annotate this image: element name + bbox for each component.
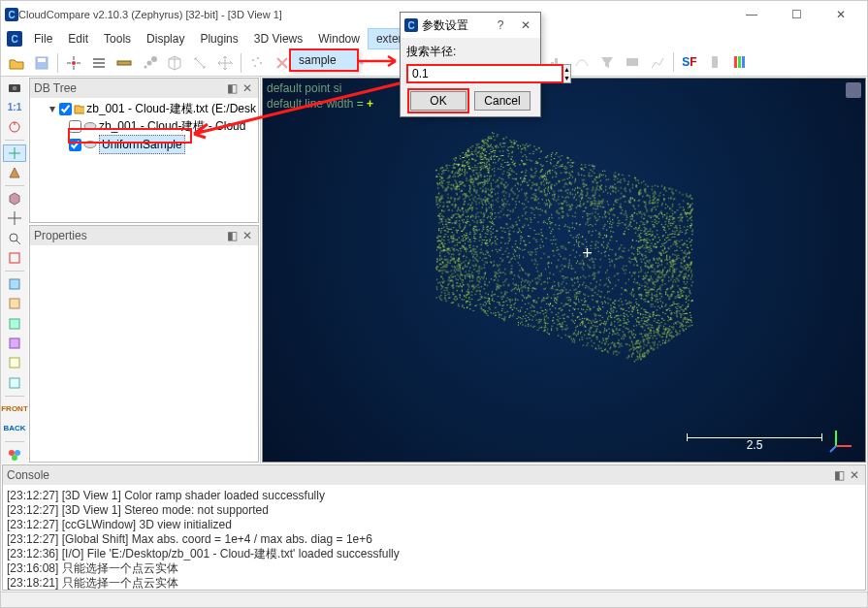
spinbox[interactable]: ▲▼ xyxy=(563,64,571,83)
search-radius-label: 搜索半径: xyxy=(406,44,534,60)
properties-header: Properties ◧ ✕ xyxy=(30,226,258,245)
colorbar-icon[interactable] xyxy=(703,50,726,74)
svg-rect-28 xyxy=(10,338,19,348)
console-float-button[interactable]: ◧ xyxy=(832,468,846,482)
front-label-icon[interactable]: FRONT xyxy=(3,400,26,417)
collapse-icon[interactable]: ▾ xyxy=(48,100,57,117)
svg-rect-30 xyxy=(10,378,19,388)
axes-triad-icon xyxy=(828,425,857,454)
view-top-icon[interactable] xyxy=(3,275,26,293)
move-icon[interactable] xyxy=(3,209,26,227)
save-button[interactable] xyxy=(30,51,53,75)
svg-rect-5 xyxy=(93,66,105,68)
app-icon: C xyxy=(5,8,18,21)
filter-icon[interactable] xyxy=(595,50,619,74)
bbox-icon[interactable] xyxy=(3,249,26,267)
svg-rect-27 xyxy=(10,319,19,329)
segment-button[interactable] xyxy=(188,51,211,75)
level-button[interactable] xyxy=(113,51,136,75)
console-line: [23:16:08] 只能选择一个点云实体 xyxy=(7,561,861,576)
root-checkbox[interactable] xyxy=(59,103,72,115)
maximize-button[interactable]: ☐ xyxy=(774,1,819,28)
camera-icon[interactable] xyxy=(3,79,26,96)
svg-point-12 xyxy=(260,62,262,64)
properties-title: Properties xyxy=(34,229,87,242)
wireframe-button[interactable] xyxy=(163,51,186,75)
pick-point-button[interactable] xyxy=(62,51,85,75)
search-radius-input[interactable] xyxy=(406,64,563,83)
stats-icon[interactable] xyxy=(646,50,669,74)
console-line: [23:12:36] [I/O] File 'E:/Desktop/zb_001… xyxy=(7,547,861,561)
pick-rotation-icon[interactable] xyxy=(3,118,26,136)
svg-point-2 xyxy=(72,61,76,65)
cube-icon[interactable] xyxy=(3,190,26,208)
sf-label-icon[interactable]: SF xyxy=(678,50,701,74)
menu-plugins[interactable]: Plugins xyxy=(192,28,245,49)
colors-icon[interactable] xyxy=(3,446,26,464)
crosshair-icon: + xyxy=(582,243,593,264)
app-icon-menu: C xyxy=(7,31,22,47)
dialog-help-button[interactable]: ? xyxy=(490,16,511,35)
dropdown-sample[interactable]: sample xyxy=(291,50,357,70)
svg-point-10 xyxy=(252,59,254,61)
zoom-11-icon[interactable]: 1:1 xyxy=(3,98,26,115)
menu-edit[interactable]: Edit xyxy=(60,28,96,49)
view-side-icon[interactable] xyxy=(3,314,26,332)
back-label-icon[interactable]: BACK xyxy=(3,420,26,437)
svg-rect-4 xyxy=(93,62,105,64)
svg-rect-24 xyxy=(10,253,19,263)
close-button[interactable]: ✕ xyxy=(819,1,863,28)
global-zoom-icon[interactable] xyxy=(3,144,26,162)
svg-point-11 xyxy=(257,57,259,59)
console-line: [23:18:21] 只能选择一个点云实体 xyxy=(7,576,861,590)
sample-points-button[interactable] xyxy=(245,51,269,75)
properties-float-button[interactable]: ◧ xyxy=(225,229,239,242)
params-dialog: C 参数设置 ? ✕ 搜索半径: ▲▼ OK Cancel xyxy=(400,12,541,117)
svg-rect-42 xyxy=(627,58,638,66)
view-bottom-icon[interactable] xyxy=(3,335,26,352)
svg-point-8 xyxy=(147,60,152,65)
properties-close-button[interactable]: ✕ xyxy=(241,229,254,242)
svg-rect-46 xyxy=(742,56,745,68)
folder-icon xyxy=(74,103,84,114)
svg-rect-45 xyxy=(738,56,741,68)
spin-up-icon: ▲ xyxy=(563,65,570,74)
perspective-icon[interactable] xyxy=(3,164,26,181)
menu-file[interactable]: File xyxy=(26,28,60,49)
menu-3dviews[interactable]: 3D Views xyxy=(246,28,310,49)
svg-point-7 xyxy=(145,65,147,68)
svg-rect-44 xyxy=(734,56,737,68)
dialog-close-button[interactable]: ✕ xyxy=(515,16,536,35)
color-scale-icon[interactable] xyxy=(728,50,752,74)
open-button[interactable] xyxy=(5,51,28,75)
svg-rect-29 xyxy=(10,358,19,368)
svg-rect-6 xyxy=(117,61,131,65)
annotation-arrow-2 xyxy=(186,76,419,140)
menu-display[interactable]: Display xyxy=(139,28,192,49)
svg-point-32 xyxy=(15,450,20,456)
view-iso2-icon[interactable] xyxy=(3,373,26,391)
minimize-button[interactable]: — xyxy=(729,1,774,28)
svg-point-31 xyxy=(9,450,15,456)
point-size-button[interactable] xyxy=(138,51,161,75)
scale-value: 2.5 xyxy=(747,438,763,452)
view-iso1-icon[interactable] xyxy=(3,354,26,371)
console-body[interactable]: [23:12:27] [3D View 1] Color ramp shader… xyxy=(3,485,865,590)
pick-list-button[interactable] xyxy=(87,51,111,75)
extend-dropdown: sample xyxy=(289,48,359,72)
svg-rect-43 xyxy=(712,56,718,68)
magnify-icon[interactable] xyxy=(3,230,26,247)
cancel-button[interactable]: Cancel xyxy=(474,91,530,111)
view-front-icon[interactable] xyxy=(3,295,26,312)
gradient-icon[interactable] xyxy=(621,50,644,74)
properties-body[interactable] xyxy=(30,245,258,462)
svg-rect-1 xyxy=(38,58,46,62)
dbtree-title: DB Tree xyxy=(34,81,77,95)
menu-tools[interactable]: Tools xyxy=(96,28,139,49)
menu-window[interactable]: Window xyxy=(310,28,368,49)
ok-button[interactable]: OK xyxy=(410,91,466,111)
translate-button[interactable] xyxy=(213,51,237,75)
svg-point-13 xyxy=(254,65,256,67)
sf-icon[interactable] xyxy=(570,50,594,74)
console-close-button[interactable]: ✕ xyxy=(848,468,861,482)
